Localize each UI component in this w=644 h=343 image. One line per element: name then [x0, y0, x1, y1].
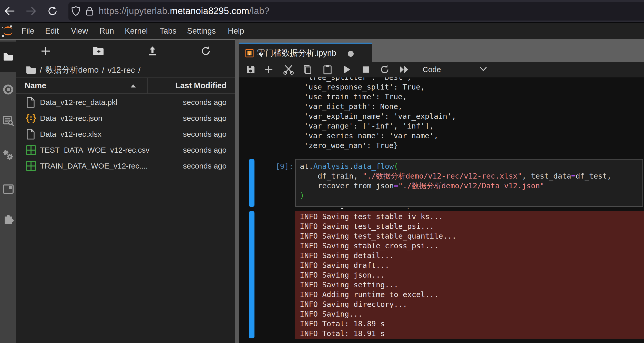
sidebar-tab-extensions[interactable]	[0, 212, 16, 225]
column-header-name[interactable]: Name	[25, 78, 46, 93]
url-text[interactable]: https://jupyterlab.metanoia8295.com/lab?	[99, 0, 269, 22]
copy-cell-button[interactable]	[300, 62, 315, 77]
browser-reload-button[interactable]	[47, 0, 58, 22]
menu-run[interactable]: Run	[99, 23, 114, 39]
upload-button[interactable]	[145, 43, 160, 59]
copy-icon	[303, 64, 312, 75]
browser-back-button[interactable]	[4, 0, 15, 22]
menu-tabs[interactable]: Tabs	[160, 23, 176, 39]
browser-forward-button[interactable]	[26, 0, 37, 22]
chevron-down-icon	[479, 66, 487, 73]
column-header-modified[interactable]: Last Modified	[175, 78, 227, 93]
notebook-file-icon	[245, 49, 254, 57]
back-arrow-icon	[4, 5, 15, 17]
sidebar-tab-open-tabs[interactable]	[0, 183, 16, 195]
browser-toolbar: https://jupyterlab.metanoia8295.com/lab?	[0, 0, 644, 22]
stderr-log-lines: INFO Saving test_stable_iv_ks... INFO Sa…	[295, 211, 644, 338]
breadcrumb: / 数据分析demo / v12-rec /	[26, 62, 140, 78]
json-file-icon	[26, 113, 36, 125]
cell-type-dropdown[interactable]: Code	[419, 62, 491, 77]
notebook-scroll-area[interactable]: 'tree_splitter': 'best', 'use_response_s…	[239, 77, 644, 343]
cut-cell-button[interactable]	[281, 62, 296, 77]
cell-type-value: Code	[423, 62, 441, 77]
paste-cell-button[interactable]	[320, 62, 335, 77]
breadcrumb-separator: /	[138, 65, 141, 75]
sidebar-activity-bar	[0, 40, 16, 343]
file-modified: seconds ago	[183, 142, 227, 158]
csv-file-icon	[26, 144, 36, 157]
breadcrumb-separator: /	[102, 65, 104, 75]
file-file-icon	[26, 129, 35, 141]
file-modified: seconds ago	[183, 110, 227, 126]
running-kernels-icon	[3, 84, 14, 95]
file-listing-header: Name Last Modified	[16, 77, 235, 94]
shield-icon[interactable]	[70, 0, 81, 22]
new-launcher-button[interactable]	[38, 43, 53, 59]
jupyterlab-menu-bar: File Edit View Run Kernel Tabs Settings …	[0, 22, 644, 39]
unsaved-changes-dot[interactable]	[348, 51, 354, 57]
cell-code-editor[interactable]: at.Analysis.data_flow( df_train, "./数据分析…	[295, 159, 643, 207]
puzzle-icon	[3, 213, 14, 224]
cell-execution-prompt: [9]:	[239, 159, 293, 171]
sidebar-tab-settings[interactable]	[0, 149, 16, 161]
url-path: /lab?	[249, 6, 269, 16]
sidebar-tab-palette[interactable]	[0, 114, 16, 127]
refresh-button[interactable]	[198, 43, 213, 59]
column-divider[interactable]	[147, 78, 148, 93]
palette-icon	[3, 115, 14, 126]
file-row[interactable]: TEST_DATA_WOE_v12-rec.csvseconds ago	[16, 142, 235, 158]
menu-kernel[interactable]: Kernel	[125, 23, 148, 39]
url-domain: metanoia8295.com	[170, 6, 249, 16]
restart-kernel-button[interactable]	[377, 62, 392, 77]
file-row[interactable]: Data_v12-rec_data.pklseconds ago	[16, 94, 235, 110]
file-name: TRAIN_DATA_WOE_v12-rec....	[40, 158, 148, 174]
jupyter-logo	[1, 25, 15, 39]
breadcrumb-folder-demo[interactable]: 数据分析demo	[45, 64, 99, 76]
new-folder-button[interactable]	[91, 43, 106, 59]
menu-edit[interactable]: Edit	[45, 23, 59, 39]
screen: https://jupyterlab.metanoia8295.com/lab?…	[0, 0, 644, 343]
forward-arrow-icon	[26, 5, 37, 17]
file-modified: seconds ago	[183, 126, 227, 142]
file-row[interactable]: Data_v12-rec.xlsxseconds ago	[16, 126, 235, 142]
file-name: TEST_DATA_WOE_v12-rec.csv	[40, 142, 149, 158]
panel-splitter[interactable]	[235, 39, 239, 343]
file-name: Data_v12-rec.xlsx	[40, 126, 101, 142]
save-button[interactable]	[243, 62, 258, 77]
breadcrumb-separator: /	[40, 65, 42, 75]
file-row[interactable]: TRAIN_DATA_WOE_v12-rec....seconds ago	[16, 158, 235, 174]
sidebar-tab-filebrowser[interactable]	[0, 42, 16, 72]
clipped-stream-output: INFO Saving train_stable_psi...	[295, 208, 643, 211]
add-cell-button[interactable]	[261, 62, 276, 77]
stop-icon	[362, 65, 370, 74]
refresh-icon	[200, 46, 211, 56]
stop-kernel-button[interactable]	[359, 62, 373, 77]
notebook-tab-title: 零门槛数据分析.ipynb	[257, 47, 336, 59]
file-modified: seconds ago	[183, 158, 227, 174]
menu-help[interactable]: Help	[228, 23, 244, 39]
cell-code: at.Analysis.data_flow( df_train, "./数据分析…	[300, 161, 642, 200]
file-modified: seconds ago	[183, 94, 227, 110]
sidebar-tab-running[interactable]	[0, 83, 16, 96]
menu-view[interactable]: View	[71, 23, 88, 39]
run-cell-button[interactable]	[340, 62, 354, 77]
breadcrumb-folder-v12rec[interactable]: v12-rec	[108, 65, 135, 75]
clipped-stream-line: INFO Saving train_stable_psi...	[295, 208, 643, 210]
reload-icon	[47, 5, 58, 17]
csv-file-icon	[26, 160, 36, 173]
fast-forward-icon	[399, 65, 409, 74]
file-name: Data_v12-rec_data.pkl	[40, 94, 117, 110]
notebook-tab[interactable]: 零门槛数据分析.ipynb	[239, 43, 372, 62]
menu-settings[interactable]: Settings	[187, 23, 216, 39]
notebook-toolbar: Code	[239, 62, 644, 77]
file-file-icon	[26, 97, 35, 109]
sort-ascending-icon[interactable]	[130, 84, 136, 89]
lock-icon[interactable]	[84, 0, 95, 22]
file-browser-panel: / 数据分析demo / v12-rec / Name Last Modifie…	[16, 40, 235, 343]
folder-icon	[3, 53, 13, 61]
home-folder-icon[interactable]	[26, 66, 36, 74]
menu-file[interactable]: File	[22, 23, 34, 39]
file-row[interactable]: Data_v12-rec.jsonseconds ago	[16, 110, 235, 126]
output-collapser[interactable]	[249, 211, 254, 338]
restart-run-all-button[interactable]	[397, 62, 411, 77]
